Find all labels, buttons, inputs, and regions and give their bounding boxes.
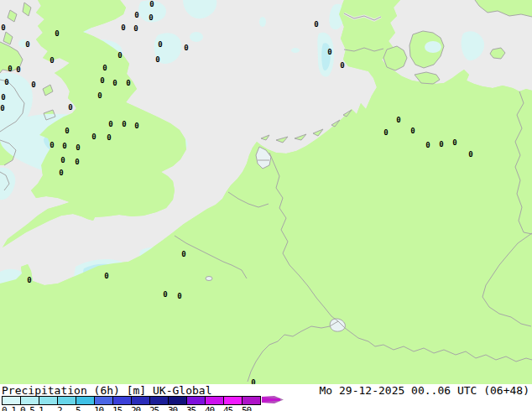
zero-marker: 0 xyxy=(50,141,54,149)
zero-marker: 0 xyxy=(68,103,72,112)
valid-time-label: Mo 29-12-2025 00..06 UTC (06+48) xyxy=(320,384,529,397)
zero-marker: 0 xyxy=(1,23,5,32)
zero-marker: 0 xyxy=(0,104,4,112)
zero-marker: 0 xyxy=(27,276,31,284)
scale-cell-40 xyxy=(206,397,224,404)
scale-cell-50 xyxy=(243,397,260,404)
zero-marker: 0 xyxy=(117,51,122,60)
zero-marker: 0 xyxy=(97,91,102,100)
zero-marker: 0 xyxy=(410,127,415,135)
precipitation-map: 0000000000000000000000000000000000000000… xyxy=(0,0,532,384)
zero-marker: 0 xyxy=(62,142,66,150)
scale-cell-15 xyxy=(113,397,132,404)
scale-cell-10 xyxy=(95,397,113,404)
color-scale-bar xyxy=(2,396,261,405)
scale-cell-20 xyxy=(132,397,150,404)
zero-marker: 0 xyxy=(396,116,400,124)
legend-bar: Precipitation (6h) [m] UK-Global Mo 29-1… xyxy=(0,384,532,411)
zero-marker: 0 xyxy=(25,40,29,49)
scale-overflow-arrow-icon xyxy=(262,395,285,404)
zero-marker: 0 xyxy=(100,76,104,85)
scale-cell-45 xyxy=(224,397,243,404)
scale-cell-1 xyxy=(39,397,58,404)
zero-marker: 0 xyxy=(76,143,80,152)
scale-cell-30 xyxy=(169,397,187,404)
scale-tick-label: 45 xyxy=(223,405,232,411)
scale-tick-label: 40 xyxy=(205,405,214,411)
legend-title: Precipitation (6h) [m] UK-Global xyxy=(2,384,211,397)
scale-cell-25 xyxy=(150,397,169,404)
zero-marker: 0 xyxy=(468,150,472,159)
scale-cell-2 xyxy=(58,397,76,404)
zero-marker: 0 xyxy=(155,55,159,64)
zero-marker: 0 xyxy=(16,65,20,74)
zero-marker: 0 xyxy=(314,20,318,29)
scale-tick-label: 20 xyxy=(131,405,140,411)
zero-marker: 0 xyxy=(439,140,443,148)
zero-marker: 0 xyxy=(383,128,388,137)
zero-marker: 0 xyxy=(65,127,69,135)
scale-labels: 0.10.5125101520253035404550 xyxy=(2,405,287,411)
zero-marker: 0 xyxy=(59,169,63,177)
zero-marker: 0 xyxy=(327,48,331,56)
zero-marker: 0 xyxy=(133,24,138,33)
scale-cell-0.5 xyxy=(21,397,39,404)
zero-marker: 0 xyxy=(340,61,344,70)
zero-marker: 0 xyxy=(60,156,65,164)
scale-tick-label: 15 xyxy=(112,405,122,411)
scale-cell-35 xyxy=(187,397,206,404)
zero-marker: 0 xyxy=(31,81,35,89)
scale-tick-label: 0.1 xyxy=(2,405,16,411)
zero-marker: 0 xyxy=(8,65,12,73)
map-area: 0000000000000000000000000000000000000000… xyxy=(0,0,532,384)
zero-marker: 0 xyxy=(158,40,162,49)
zero-marker: 0 xyxy=(184,44,188,52)
zero-marker: 0 xyxy=(134,122,138,130)
zero-marker: 0 xyxy=(177,292,181,300)
scale-tick-label: 30 xyxy=(168,405,177,411)
scale-tick-label: 2 xyxy=(57,405,62,411)
zero-marker: 0 xyxy=(112,79,117,87)
scale-tick-label: 10 xyxy=(94,405,103,411)
zero-marker: 0 xyxy=(126,79,130,87)
zero-marker: 0 xyxy=(102,64,107,72)
zero-marker: 0 xyxy=(4,78,8,86)
zero-marker: 0 xyxy=(149,0,154,8)
scale-tick-label: 35 xyxy=(186,405,196,411)
zero-marker: 0 xyxy=(91,133,96,141)
zero-marker: 0 xyxy=(163,290,167,299)
zero-marker: 0 xyxy=(50,56,54,65)
zero-marker: 0 xyxy=(55,29,59,38)
scale-tick-label: 5 xyxy=(76,405,81,411)
zero-marker: 0 xyxy=(149,13,153,22)
zero-marker: 0 xyxy=(251,378,255,384)
scale-tick-label: 25 xyxy=(149,405,159,411)
zero-marker: 0 xyxy=(134,11,138,19)
scale-tick-label: 1 xyxy=(39,405,44,411)
zero-marker: 0 xyxy=(104,272,108,280)
zero-marker: 0 xyxy=(107,133,111,142)
zero-marker: 0 xyxy=(425,141,430,149)
zero-marker: 0 xyxy=(75,158,79,166)
zero-marker: 0 xyxy=(452,138,456,147)
scale-tick-label: 0.5 xyxy=(20,405,34,411)
weather-map-screenshot: 0000000000000000000000000000000000000000… xyxy=(0,0,532,411)
scale-tick-label: 50 xyxy=(242,405,251,411)
zero-marker: 0 xyxy=(181,250,185,258)
zero-marker: 0 xyxy=(121,23,125,32)
scale-cell-5 xyxy=(76,397,95,404)
zero-marker: 0 xyxy=(108,120,112,128)
scale-cell-0.1 xyxy=(3,397,21,404)
zero-marker: 0 xyxy=(1,93,5,101)
zero-marker: 0 xyxy=(122,120,126,128)
